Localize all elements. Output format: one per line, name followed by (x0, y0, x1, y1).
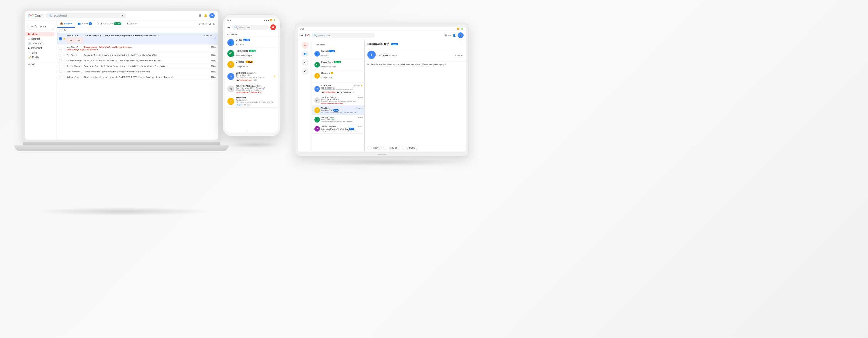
phone-promotions-tab[interactable]: 🏷 Promotions 2 new Think with Google (225, 48, 278, 59)
tablet-salit-sender: Salit Kulla (321, 85, 351, 87)
attachment-thumb-1: 📷 (66, 37, 75, 43)
tablet-edit-icon[interactable]: ✏ (448, 34, 451, 37)
more-options-icon[interactable]: ⋮ (68, 29, 71, 32)
tablet-social-label: Social (321, 50, 328, 52)
settings-gear-icon[interactable]: ⚙ (209, 22, 211, 26)
promotions-icon: 🏷 (98, 22, 100, 25)
tablet-detail-star[interactable]: ☆ (460, 43, 463, 46)
tablet-gmail-header: ☰ 🔍 Search mail ⊞ ✏ 👤 G (298, 31, 466, 40)
email-star-4[interactable]: ☆ (63, 59, 65, 62)
tablet-grid-icon[interactable]: ⊞ (444, 34, 447, 37)
tablet-lindsay-content: Lindsay Carter 3 Nov Book Club List Hi P… (321, 116, 363, 122)
tablet-email-lindsay[interactable]: L Lindsay Carter 3 Nov Book Club List Hi… (312, 115, 364, 124)
email-row-lindsay[interactable]: ☆ Lindsay Carter Book Club - Hi Peter an… (57, 58, 218, 63)
tablet-promotions-tab[interactable]: 🏷 Promotions 2 new Think with Google (312, 59, 364, 71)
tablet-email-salit[interactable]: S Salit Kulla 11:30 a.m. ★ Trip to Yosem… (312, 83, 364, 95)
refresh-icon[interactable]: ↻ (64, 29, 66, 32)
phone-updates-tab[interactable]: ℹ Updates 1 save Google Store (225, 59, 278, 70)
promotions-label: Promotions (236, 50, 248, 52)
tab-updates[interactable]: ℹ Updates (124, 20, 140, 28)
email-row-board-game[interactable]: ☆ me, Tom, An... Board game - Who's in? … (57, 45, 218, 52)
compose-button[interactable]: ✏ Compose (28, 23, 55, 30)
tablet-nav-labels[interactable]: 🏷 (302, 59, 309, 66)
email-checkbox-1[interactable]: ✓ (59, 37, 62, 40)
email-row-anissa[interactable]: ☆ Anissa, James... Rita's surprise birth… (57, 75, 218, 80)
tab-primary[interactable]: 📥 Primary (57, 20, 75, 28)
select-all-checkbox[interactable] (59, 29, 62, 32)
email-row-tim-greer[interactable]: ☆ Tim Greer Business T p - Hi, I made a … (57, 52, 218, 58)
tablet-promotions-avatar: 🏷 (314, 62, 320, 68)
phone-email-salit[interactable]: S Salit Kulla 11:30 a.m. Trip to Yosemit… (225, 70, 278, 83)
apps-icon[interactable]: ⊞ (199, 14, 202, 17)
tablet-menu-icon[interactable]: ☰ (300, 34, 303, 37)
email-checkbox-5[interactable] (59, 64, 62, 67)
reply-all-button[interactable]: ← Reply all (383, 146, 400, 150)
sidebar-item-sent[interactable]: → Sent (26, 50, 55, 55)
sidebar-item-snoozed[interactable]: 🕐 Snoozed (26, 41, 55, 46)
gmail-search-bar[interactable]: 🔍 Search mail ▼ (45, 13, 126, 18)
sidebar-item-starred[interactable]: ☆ Starred (26, 36, 55, 41)
email-star-1[interactable]: ★ (63, 37, 65, 40)
notifications-icon[interactable]: 🔔 (204, 14, 207, 17)
tablet-search-label: Search mail (318, 34, 330, 37)
phone-time: 9:00 (227, 20, 231, 22)
tab-promotions[interactable]: 🏷 Promotions 2 new (95, 20, 124, 28)
phone-search-icon: 🔍 (235, 26, 238, 29)
email-row-james[interactable]: ☆ James Carraway Bring Your Parents To W… (57, 63, 218, 69)
social-sublabel: YouTube (236, 44, 244, 46)
phone-user-avatar[interactable]: G (270, 24, 276, 30)
user-avatar[interactable]: G (210, 13, 215, 18)
tablet-james-preview: Hi guys, what do you think about a Bring… (321, 130, 363, 132)
tablet-email-james[interactable]: J James Carroway 3 Nov Bring Your Parent… (312, 124, 364, 134)
tablet-nav-inbox[interactable]: ✉ (302, 42, 309, 49)
email-star-6[interactable]: ☆ (63, 70, 65, 73)
updates-tab-label: Updates (129, 22, 137, 25)
forward-button[interactable]: → Forward (402, 146, 418, 150)
sidebar-item-drafts[interactable]: 📝 Drafts (26, 55, 55, 60)
tablet-user-avatar[interactable]: G (458, 32, 464, 38)
email-checkbox-2[interactable] (59, 47, 62, 50)
email-sender-1: Salit Kulla (66, 34, 83, 37)
email-checkbox-4[interactable] (59, 59, 62, 62)
social-avatar: 👥 (227, 39, 235, 46)
phone-email-tim[interactable]: T Tim Greer Business trip Hi, I made a r… (225, 95, 278, 108)
phone-search-label: Search mail (239, 26, 251, 29)
phone-search-bar[interactable]: 🔍 Search mail (232, 25, 269, 30)
tablet-email-boardgame[interactable]: m me, Tom, Anissa... 5 Nov Board game ni… (312, 95, 364, 106)
tablet-social-tab[interactable]: 👥 Social 2 new YouTube (312, 48, 364, 59)
tablet-home-indicator[interactable] (378, 154, 386, 155)
phone-tim-details[interactable]: Details (243, 104, 251, 106)
email-star-2[interactable]: ☆ (63, 47, 65, 50)
tablet-nav-sidebar: ✉ 👥 🏷 ⚙ (298, 40, 312, 152)
email-checkbox-7[interactable] (59, 76, 62, 79)
email-star-7[interactable]: ☆ (63, 76, 65, 79)
tablet-updates-tab[interactable]: ℹ Updates 1 Google Store (312, 71, 364, 81)
sidebar-item-important[interactable]: ▶ Important (26, 46, 55, 50)
phone-tim-reply[interactable]: Reply (236, 104, 243, 106)
reply-button[interactable]: ← Reply (368, 146, 382, 150)
tablet-email-tim[interactable]: T Tim Greer 11:16 a.m. Business VIP Work… (312, 106, 364, 115)
sidebar-item-more[interactable]: More (26, 62, 55, 67)
tablet-nav-settings[interactable]: ⚙ (302, 68, 309, 75)
tablet-nav-contacts[interactable]: 👥 (302, 50, 309, 57)
phone-menu-icon[interactable]: ☰ (227, 26, 230, 29)
phone-social-tab[interactable]: 👥 Social 2 new YouTube (225, 37, 278, 48)
email-row-salit-kulla[interactable]: ✓ ★ Salit Kulla Trip to Yosemite - Can y… (57, 33, 218, 45)
tablet-attachment-1: 📷 Trip Photo 1.jpg (321, 91, 336, 93)
tablet-salit-star[interactable]: ★ (361, 84, 363, 87)
phone-email-boardgame[interactable]: m me, Tom, Anissa... 3 Nov Board game ni… (225, 83, 278, 95)
email-row-kim[interactable]: ☆ Kim, Meredith S... Happy weekend - gre… (57, 69, 218, 75)
tablet-search-bar[interactable]: 🔍 Search mail (311, 33, 375, 38)
grid-view-icon[interactable]: ⊞ (213, 22, 215, 26)
laptop-screen-outer: Gmail 🔍 Search mail ▼ ⊞ 🔔 G (23, 9, 220, 142)
phone-home-indicator[interactable] (246, 131, 257, 132)
tab-social[interactable]: 👥 Social 2 (75, 20, 95, 28)
email-star-5[interactable]: ☆ (63, 64, 65, 67)
email-checkbox-6[interactable] (59, 70, 62, 73)
email-star-3[interactable]: ☆ (63, 54, 65, 56)
phone-salit-star[interactable]: ★ (274, 75, 276, 78)
sidebar-item-inbox[interactable]: Inbox 1 (26, 32, 55, 36)
email-checkbox-3[interactable] (59, 54, 62, 56)
tablet-account-icon[interactable]: 👤 (453, 34, 456, 37)
search-label: Search mail (54, 14, 67, 17)
